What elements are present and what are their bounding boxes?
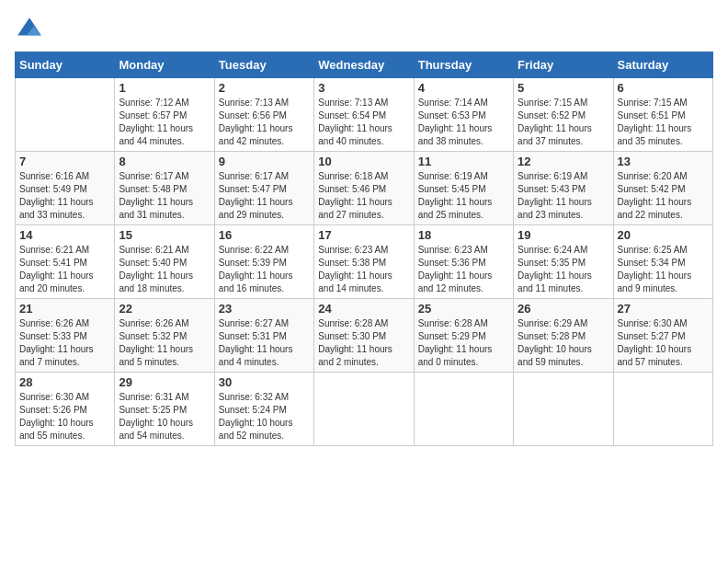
day-info: Sunrise: 6:26 AMSunset: 5:32 PMDaylight:… [119, 318, 193, 367]
day-info: Sunrise: 6:18 AMSunset: 5:46 PMDaylight:… [318, 171, 392, 220]
calendar-cell: 14 Sunrise: 6:21 AMSunset: 5:41 PMDaylig… [16, 225, 115, 299]
day-number: 23 [219, 302, 310, 316]
calendar-cell: 2 Sunrise: 7:13 AMSunset: 6:56 PMDayligh… [214, 78, 313, 152]
day-info: Sunrise: 6:30 AMSunset: 5:26 PMDaylight:… [19, 392, 94, 441]
day-info: Sunrise: 6:28 AMSunset: 5:30 PMDaylight:… [318, 318, 392, 367]
day-info: Sunrise: 6:19 AMSunset: 5:45 PMDaylight:… [418, 171, 493, 220]
calendar-table: SundayMondayTuesdayWednesdayThursdayFrid… [15, 52, 713, 446]
day-number: 17 [318, 228, 409, 242]
day-number: 29 [119, 375, 210, 389]
calendar-week-4: 21 Sunrise: 6:26 AMSunset: 5:33 PMDaylig… [16, 299, 713, 373]
weekday-header-tuesday: Tuesday [214, 52, 313, 78]
day-number: 6 [618, 81, 709, 95]
page-header [15, 15, 713, 44]
day-number: 16 [219, 228, 310, 242]
calendar-cell: 6 Sunrise: 7:15 AMSunset: 6:51 PMDayligh… [613, 78, 712, 152]
calendar-cell: 13 Sunrise: 6:20 AMSunset: 5:42 PMDaylig… [613, 152, 712, 225]
weekday-header-row: SundayMondayTuesdayWednesdayThursdayFrid… [16, 52, 713, 78]
calendar-cell: 15 Sunrise: 6:21 AMSunset: 5:40 PMDaylig… [115, 225, 214, 299]
day-info: Sunrise: 6:28 AMSunset: 5:29 PMDaylight:… [418, 318, 493, 367]
calendar-cell: 16 Sunrise: 6:22 AMSunset: 5:39 PMDaylig… [214, 225, 313, 299]
day-info: Sunrise: 7:13 AMSunset: 6:54 PMDaylight:… [318, 98, 392, 146]
day-number: 15 [119, 228, 210, 242]
calendar-cell: 24 Sunrise: 6:28 AMSunset: 5:30 PMDaylig… [314, 299, 414, 373]
day-number: 10 [318, 155, 409, 168]
day-info: Sunrise: 6:30 AMSunset: 5:27 PMDaylight:… [618, 318, 692, 367]
day-info: Sunrise: 7:14 AMSunset: 6:53 PMDaylight:… [418, 98, 493, 146]
calendar-cell [16, 78, 115, 152]
day-info: Sunrise: 6:19 AMSunset: 5:43 PMDaylight:… [518, 171, 592, 220]
day-number: 9 [219, 155, 310, 168]
day-number: 8 [119, 155, 210, 168]
day-number: 14 [19, 228, 110, 242]
day-number: 1 [119, 81, 210, 95]
calendar-cell: 11 Sunrise: 6:19 AMSunset: 5:45 PMDaylig… [414, 152, 513, 225]
day-info: Sunrise: 7:15 AMSunset: 6:51 PMDaylight:… [618, 98, 692, 146]
day-info: Sunrise: 6:27 AMSunset: 5:31 PMDaylight:… [219, 318, 293, 367]
day-info: Sunrise: 6:17 AMSunset: 5:47 PMDaylight:… [219, 171, 293, 220]
day-number: 12 [518, 155, 609, 168]
calendar-cell: 23 Sunrise: 6:27 AMSunset: 5:31 PMDaylig… [214, 299, 313, 373]
day-info: Sunrise: 6:22 AMSunset: 5:39 PMDaylight:… [219, 245, 293, 293]
day-number: 28 [19, 375, 110, 389]
day-info: Sunrise: 6:23 AMSunset: 5:38 PMDaylight:… [318, 245, 392, 293]
day-info: Sunrise: 7:13 AMSunset: 6:56 PMDaylight:… [219, 98, 293, 146]
calendar-cell: 30 Sunrise: 6:32 AMSunset: 5:24 PMDaylig… [214, 373, 313, 446]
day-number: 3 [318, 81, 409, 95]
day-info: Sunrise: 6:32 AMSunset: 5:24 PMDaylight:… [219, 392, 293, 441]
calendar-cell: 9 Sunrise: 6:17 AMSunset: 5:47 PMDayligh… [214, 152, 313, 225]
day-info: Sunrise: 6:31 AMSunset: 5:25 PMDaylight:… [119, 392, 193, 441]
calendar-cell: 7 Sunrise: 6:16 AMSunset: 5:49 PMDayligh… [16, 152, 115, 225]
calendar-cell: 17 Sunrise: 6:23 AMSunset: 5:38 PMDaylig… [314, 225, 414, 299]
calendar-cell: 28 Sunrise: 6:30 AMSunset: 5:26 PMDaylig… [16, 373, 115, 446]
calendar-cell [613, 373, 712, 446]
calendar-week-1: 1 Sunrise: 7:12 AMSunset: 6:57 PMDayligh… [16, 78, 713, 152]
day-info: Sunrise: 6:26 AMSunset: 5:33 PMDaylight:… [19, 318, 94, 367]
weekday-header-friday: Friday [514, 52, 613, 78]
day-number: 4 [418, 81, 509, 95]
weekday-header-sunday: Sunday [16, 52, 115, 78]
calendar-cell: 1 Sunrise: 7:12 AMSunset: 6:57 PMDayligh… [115, 78, 214, 152]
calendar-cell: 29 Sunrise: 6:31 AMSunset: 5:25 PMDaylig… [115, 373, 214, 446]
logo [15, 15, 48, 44]
calendar-cell [414, 373, 513, 446]
calendar-cell: 27 Sunrise: 6:30 AMSunset: 5:27 PMDaylig… [613, 299, 712, 373]
day-info: Sunrise: 6:23 AMSunset: 5:36 PMDaylight:… [418, 245, 493, 293]
day-number: 22 [119, 302, 210, 316]
day-number: 25 [418, 302, 509, 316]
day-info: Sunrise: 6:20 AMSunset: 5:42 PMDaylight:… [618, 171, 692, 220]
day-info: Sunrise: 6:24 AMSunset: 5:35 PMDaylight:… [518, 245, 592, 293]
day-number: 24 [318, 302, 409, 316]
calendar-cell: 3 Sunrise: 7:13 AMSunset: 6:54 PMDayligh… [314, 78, 414, 152]
weekday-header-wednesday: Wednesday [314, 52, 414, 78]
calendar-week-5: 28 Sunrise: 6:30 AMSunset: 5:26 PMDaylig… [16, 373, 713, 446]
calendar-cell: 10 Sunrise: 6:18 AMSunset: 5:46 PMDaylig… [314, 152, 414, 225]
calendar-cell: 19 Sunrise: 6:24 AMSunset: 5:35 PMDaylig… [514, 225, 613, 299]
day-info: Sunrise: 7:15 AMSunset: 6:52 PMDaylight:… [518, 98, 592, 146]
calendar-week-3: 14 Sunrise: 6:21 AMSunset: 5:41 PMDaylig… [16, 225, 713, 299]
day-number: 27 [618, 302, 709, 316]
calendar-cell: 26 Sunrise: 6:29 AMSunset: 5:28 PMDaylig… [514, 299, 613, 373]
day-number: 30 [219, 375, 310, 389]
calendar-cell [314, 373, 414, 446]
day-info: Sunrise: 6:21 AMSunset: 5:41 PMDaylight:… [19, 245, 94, 293]
calendar-cell: 8 Sunrise: 6:17 AMSunset: 5:48 PMDayligh… [115, 152, 214, 225]
calendar-cell: 18 Sunrise: 6:23 AMSunset: 5:36 PMDaylig… [414, 225, 513, 299]
calendar-cell: 22 Sunrise: 6:26 AMSunset: 5:32 PMDaylig… [115, 299, 214, 373]
weekday-header-thursday: Thursday [414, 52, 513, 78]
calendar-cell: 5 Sunrise: 7:15 AMSunset: 6:52 PMDayligh… [514, 78, 613, 152]
weekday-header-monday: Monday [115, 52, 214, 78]
logo-icon [15, 15, 44, 44]
calendar-cell: 4 Sunrise: 7:14 AMSunset: 6:53 PMDayligh… [414, 78, 513, 152]
day-number: 19 [518, 228, 609, 242]
calendar-cell [514, 373, 613, 446]
day-number: 2 [219, 81, 310, 95]
day-info: Sunrise: 6:25 AMSunset: 5:34 PMDaylight:… [618, 245, 692, 293]
day-number: 20 [618, 228, 709, 242]
day-info: Sunrise: 6:21 AMSunset: 5:40 PMDaylight:… [119, 245, 193, 293]
day-number: 21 [19, 302, 110, 316]
day-info: Sunrise: 6:16 AMSunset: 5:49 PMDaylight:… [19, 171, 94, 220]
day-number: 18 [418, 228, 509, 242]
calendar-cell: 21 Sunrise: 6:26 AMSunset: 5:33 PMDaylig… [16, 299, 115, 373]
weekday-header-saturday: Saturday [613, 52, 712, 78]
